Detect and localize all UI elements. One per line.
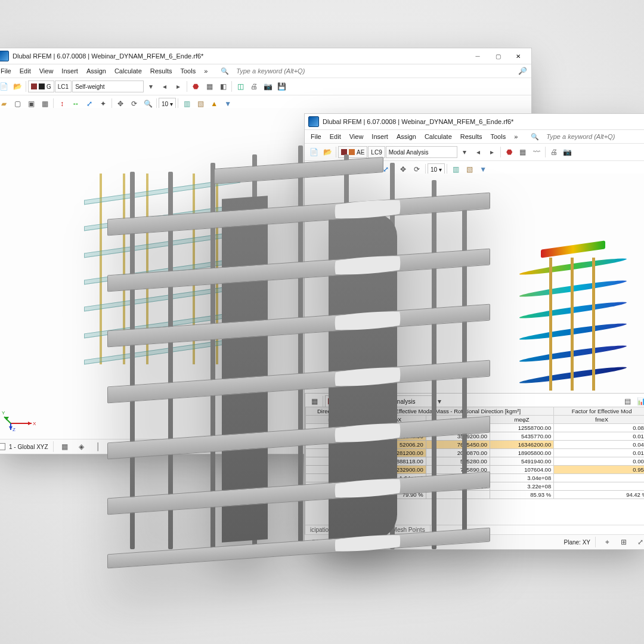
- status-cs: 1 - Global XYZ: [9, 444, 48, 450]
- chevron-down-icon[interactable]: ▾: [144, 80, 157, 93]
- table-cell: 0.015: [554, 432, 644, 441]
- camera-icon[interactable]: 📷: [561, 145, 574, 159]
- menu-more[interactable]: »: [200, 66, 211, 76]
- search-input[interactable]: [235, 67, 309, 75]
- next-lc-icon[interactable]: ▸: [172, 80, 185, 93]
- zoom-all-icon[interactable]: ⤢: [634, 535, 644, 549]
- minimize-button[interactable]: ─: [468, 51, 487, 61]
- close-button[interactable]: ✕: [509, 51, 528, 61]
- filter-icon[interactable]: ▤: [621, 395, 634, 408]
- svg-text:Y: Y: [2, 410, 5, 416]
- menu-more[interactable]: »: [510, 132, 521, 141]
- modal-result-model: [519, 245, 627, 400]
- search-icon: 🔍: [527, 132, 543, 142]
- prev-lc-icon[interactable]: ◂: [158, 80, 171, 93]
- menu-calculate[interactable]: Calculate: [111, 66, 145, 76]
- results-toggle-icon[interactable]: ⬣: [503, 145, 516, 159]
- table-cell: [554, 482, 644, 491]
- magnet-icon[interactable]: ⌖: [600, 535, 614, 549]
- cube-icon[interactable]: ◫: [234, 80, 247, 93]
- table-cell: 5491940.00: [490, 457, 553, 466]
- lc-code-chip[interactable]: LC1: [55, 80, 72, 92]
- table-cell: 18905800.00: [490, 449, 553, 457]
- chart-icon[interactable]: 📊: [634, 395, 644, 408]
- menu-assign[interactable]: Assign: [83, 66, 110, 76]
- svg-text:X: X: [33, 421, 36, 426]
- deform-icon[interactable]: 〰: [530, 145, 543, 159]
- window-title-1: Dlubal RFEM | 6.07.0008 | Webinar_DYNAM_…: [13, 52, 465, 60]
- th-factor: Factor for Effective Mod: [554, 407, 644, 416]
- svg-marker-1: [28, 422, 32, 425]
- axes-gizmo: X Y Z: [2, 397, 38, 432]
- menu-edit[interactable]: Edit: [16, 66, 35, 76]
- save-icon[interactable]: 💾: [275, 80, 288, 93]
- menu-insert[interactable]: Insert: [58, 66, 82, 76]
- maximize-button[interactable]: ▢: [488, 51, 507, 61]
- table-cell: 0.015: [554, 449, 644, 457]
- cs-swatch: [0, 443, 5, 450]
- svg-marker-3: [4, 417, 9, 420]
- open-file-icon[interactable]: 📂: [11, 80, 24, 93]
- toolbar-1a: 📄 📂 G LC1 Self-weight ▾ ◂ ▸ ⬣ ▦ ◧ ◫ 🖨 📷 …: [0, 78, 531, 95]
- table-cell: 0.005: [554, 457, 644, 466]
- table-cell: 0.085: [554, 424, 644, 432]
- table-cell: 94.42 %: [554, 491, 644, 499]
- menu-tools[interactable]: Tools: [177, 66, 199, 76]
- search-icon: 🔍: [217, 66, 233, 76]
- print-icon[interactable]: 🖨: [247, 80, 261, 93]
- snap-line-icon[interactable]: │: [92, 440, 105, 453]
- table-cell: 107604.00: [490, 466, 553, 474]
- svg-text:Z: Z: [13, 427, 16, 432]
- snap-obj-icon[interactable]: ◈: [75, 440, 88, 453]
- hero-building-render: [107, 137, 489, 566]
- app-icon: [0, 51, 9, 61]
- table-cell: 16346200.00: [490, 441, 553, 449]
- window-controls-1: ─ ▢ ✕: [468, 51, 528, 61]
- lc-category-chip[interactable]: G: [28, 80, 54, 92]
- keyword-search-2[interactable]: 🔍: [527, 132, 619, 142]
- ortho-icon[interactable]: ⊞: [617, 535, 630, 549]
- lc-name-input[interactable]: Self-weight: [72, 80, 144, 92]
- menu-file[interactable]: File: [0, 66, 15, 76]
- new-file-icon[interactable]: 📄: [0, 80, 10, 93]
- table-cell: 5435770.00: [490, 432, 553, 441]
- camera-icon[interactable]: 📷: [261, 80, 274, 93]
- search-input-2[interactable]: [545, 132, 619, 141]
- snap-grid-icon[interactable]: ▦: [58, 440, 72, 453]
- keyword-search[interactable]: 🔍: [217, 66, 309, 76]
- print-icon[interactable]: 🖨: [547, 145, 561, 159]
- titlebar-2: Dlubal RFEM | 6.07.0008 | Webinar_DYNAM_…: [305, 114, 644, 130]
- iso-icon[interactable]: ▦: [516, 145, 530, 159]
- table-cell: 12558700.00: [490, 424, 553, 432]
- menu-view[interactable]: View: [36, 66, 57, 76]
- table-cell: [554, 474, 644, 482]
- menubar-1: File Edit View Insert Assign Calculate R…: [0, 64, 531, 78]
- titlebar-1: Dlubal RFEM | 6.07.0008 | Webinar_DYNAM_…: [0, 48, 531, 64]
- th-mephiz: meφZ: [490, 416, 553, 424]
- search-end-icon[interactable]: 🔎: [516, 64, 529, 78]
- app-icon: [308, 116, 319, 127]
- display-icon[interactable]: ◧: [216, 80, 230, 93]
- table-cell: 0.955: [554, 466, 644, 474]
- iso-icon[interactable]: ▦: [203, 80, 216, 93]
- th-fmex: fmeX: [554, 416, 644, 424]
- table-cell: 3.04e+08: [490, 474, 553, 482]
- table-cell: 0.040: [554, 441, 644, 449]
- menu-results[interactable]: Results: [147, 66, 176, 76]
- results-toggle-icon[interactable]: ⬣: [189, 80, 202, 93]
- status-plane: Plane: XY: [564, 539, 590, 546]
- menu-tools[interactable]: Tools: [487, 132, 509, 141]
- table-cell: 3.22e+08: [490, 482, 553, 491]
- window-title-2: Dlubal RFEM | 6.07.0008 | Webinar_DYNAM_…: [323, 118, 644, 125]
- table-cell: 85.93 %: [490, 491, 553, 499]
